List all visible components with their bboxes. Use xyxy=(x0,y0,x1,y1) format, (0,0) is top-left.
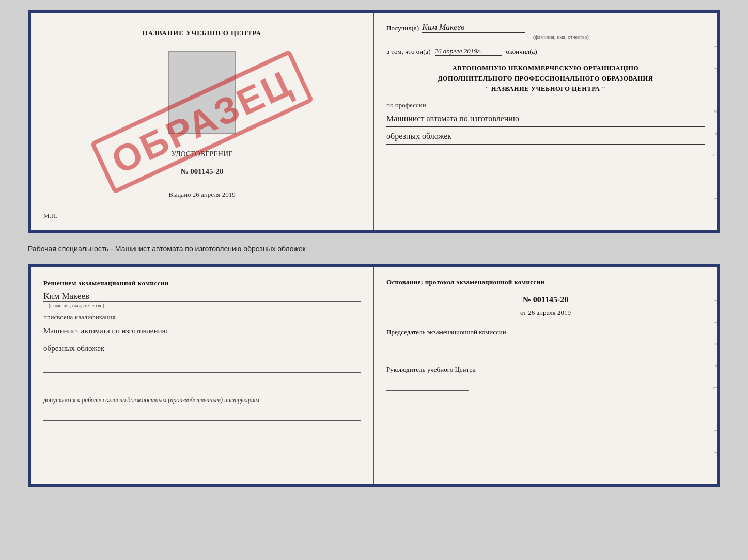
resheniem-text: Решением экзаменационной комиссии xyxy=(43,278,361,289)
mp-label: М.П. xyxy=(43,212,57,220)
vydano-label: Выдано xyxy=(168,190,191,198)
predsedatel-sign-line xyxy=(386,342,469,354)
bottom-recipient-name: Ким Макеев xyxy=(43,291,361,302)
predsedatel-label: Председатель экзаменационной комиссии xyxy=(386,327,705,338)
org-line3: " НАЗВАНИЕ УЧЕБНОГО ЦЕНТРА " xyxy=(386,84,705,94)
vtom-date: 26 апреля 2019г. xyxy=(435,47,502,56)
top-left-panel: НАЗВАНИЕ УЧЕБНОГО ЦЕНТРА УДОСТОВЕРЕНИЕ №… xyxy=(31,13,374,230)
blank-line-2 xyxy=(43,377,361,389)
blank-line-1 xyxy=(43,360,361,373)
org-line1: АВТОНОМНУЮ НЕКОММЕРЧЕСКУЮ ОРГАНИЗАЦИЮ xyxy=(386,63,705,73)
okonchil-label: окончил(а) xyxy=(506,47,537,56)
rukovoditel-block: Руководитель учебного Центра xyxy=(386,364,705,391)
ot-label: от xyxy=(520,309,526,316)
qualification-line1: Машинист автомата по изготовлению xyxy=(43,324,361,339)
poluchil-label: Получил(а) xyxy=(386,24,419,33)
recipient-name: Ким Макеев xyxy=(422,23,525,33)
prisvoena-label: присвоена квалификация xyxy=(43,313,361,322)
profession-label: по профессии xyxy=(386,101,705,109)
vydano-date: 26 апреля 2019 xyxy=(193,190,236,198)
vtom-row: в том, что он(а) 26 апреля 2019г. окончи… xyxy=(386,47,705,56)
top-document: НАЗВАНИЕ УЧЕБНОГО ЦЕНТРА УДОСТОВЕРЕНИЕ №… xyxy=(28,10,720,233)
photo-placeholder xyxy=(168,51,236,134)
fio-hint-top: (фамилия, имя, отчество) xyxy=(417,34,705,40)
dopuskaetsya-italic: работе согласно должностным (производств… xyxy=(82,396,259,404)
document-number-top: № 001145-20 xyxy=(181,167,224,176)
qualification-line2: обрезных обложек xyxy=(43,341,361,357)
top-right-panel: Получил(а) Ким Макеев – (фамилия, имя, о… xyxy=(374,13,717,230)
fio-hint-bottom: (фамилия, имя, отчество) xyxy=(49,302,361,308)
poluchil-row: Получил(а) Ким Макеев – xyxy=(386,23,705,33)
decorative-lines-bottom: – – – и а ‹– – – – – xyxy=(710,267,717,484)
profession-value-line1: Машинист автомата по изготовлению xyxy=(386,111,705,127)
vydano-text: Выдано 26 апреля 2019 xyxy=(168,190,235,199)
rukovoditel-sign-line xyxy=(386,378,469,391)
profession-value-line2: обрезных обложек xyxy=(386,129,705,145)
ot-date-value: 26 апреля 2019 xyxy=(528,309,571,316)
separator-label: Рабочая специальность - Машинист автомат… xyxy=(28,243,720,255)
school-title-top: НАЗВАНИЕ УЧЕБНОГО ЦЕНТРА xyxy=(143,29,262,37)
dopuskaetsya-prefix: допускается к xyxy=(43,396,82,404)
org-block: АВТОНОМНУЮ НЕКОММЕРЧЕСКУЮ ОРГАНИЗАЦИЮ ДО… xyxy=(386,63,705,94)
bottom-right-panel: Основание: протокол экзаменационной коми… xyxy=(374,267,717,484)
ot-date: от 26 апреля 2019 xyxy=(386,309,705,317)
vtom-label: в том, что он(а) xyxy=(386,47,431,56)
bottom-document: Решением экзаменационной комиссии Ким Ма… xyxy=(28,264,720,487)
udostoverenie-label: УДОСТОВЕРЕНИЕ xyxy=(171,150,232,158)
org-line2: ДОПОЛНИТЕЛЬНОГО ПРОФЕССИОНАЛЬНОГО ОБРАЗО… xyxy=(386,73,705,84)
bottom-left-panel: Решением экзаменационной комиссии Ким Ма… xyxy=(31,267,374,484)
decorative-lines: – – – – и а ‹– – – – xyxy=(710,13,717,230)
rukovoditel-label: Руководитель учебного Центра xyxy=(386,364,705,375)
protocol-num: № 001145-20 xyxy=(386,295,705,305)
dopuskaetsya-text: допускается к работе согласно должностны… xyxy=(43,396,361,404)
osnovanie-text: Основание: протокол экзаменационной коми… xyxy=(386,277,705,288)
blank-line-3 xyxy=(43,408,361,421)
predsedatel-block: Председатель экзаменационной комиссии xyxy=(386,327,705,354)
